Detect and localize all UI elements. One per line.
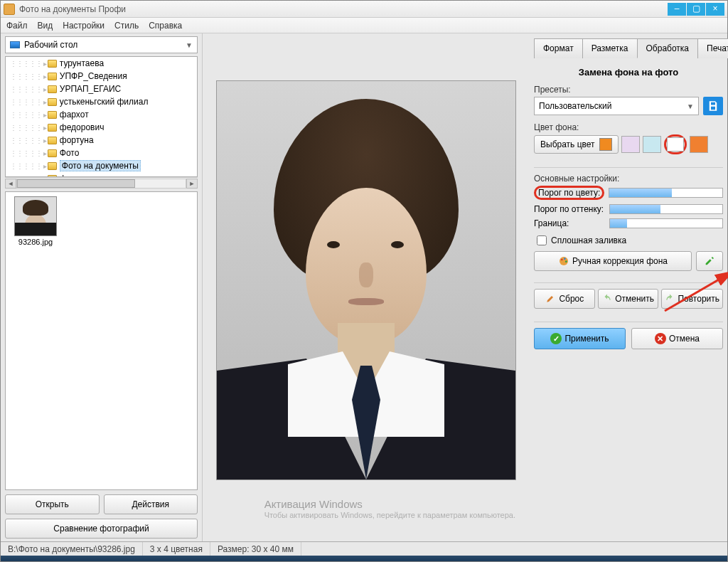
undo-button[interactable]: Отменить xyxy=(598,289,659,309)
folder-icon xyxy=(48,60,57,68)
tree-item[interactable]: ⋮⋮⋮⋮⋮ ▸устькеньгский филиал xyxy=(6,95,197,108)
scroll-right-button[interactable]: ► xyxy=(186,179,198,189)
tree-item[interactable]: ⋮⋮⋮⋮⋮ ▸федорович xyxy=(6,121,197,134)
redo-icon xyxy=(665,294,675,304)
tab-Разметка[interactable]: Разметка xyxy=(582,38,638,58)
scroll-left-button[interactable]: ◄ xyxy=(5,179,16,189)
location-dropdown[interactable]: Рабочий стол ▼ xyxy=(5,36,198,53)
folder-icon xyxy=(48,175,57,178)
apply-button[interactable]: ✓ Применить xyxy=(534,328,626,349)
title-bar: Фото на документы Профи – ▢ × xyxy=(1,1,727,18)
main-settings-label: Основные настройки: xyxy=(534,174,723,184)
cross-icon: ✕ xyxy=(655,333,666,344)
color-swatch[interactable] xyxy=(621,136,640,153)
color-swatch[interactable] xyxy=(643,136,661,153)
close-button[interactable]: × xyxy=(706,3,724,16)
status-bar: B:\Фото на документы\93286.jpg 3 x 4 цве… xyxy=(1,541,727,556)
tree-item[interactable]: ⋮⋮⋮⋮⋮ ▸УРПАП_ЕГАИС xyxy=(6,83,197,95)
location-label: Рабочий стол xyxy=(24,40,77,50)
folder-tree[interactable]: ⋮⋮⋮⋮⋮ ▸турунтаева⋮⋮⋮⋮⋮ ▸УПФР_Сведения⋮⋮⋮… xyxy=(5,56,198,177)
eyedropper-button[interactable] xyxy=(696,251,723,271)
menu-Настройки[interactable]: Настройки xyxy=(63,21,105,31)
solid-fill-label: Сплошная заливка xyxy=(551,235,626,245)
save-preset-button[interactable] xyxy=(703,97,723,115)
floppy-icon xyxy=(707,100,719,112)
thumbnail-panel: 93286.jpg xyxy=(5,191,198,490)
taskbar xyxy=(1,556,727,561)
palette-icon xyxy=(558,255,569,267)
tree-item[interactable]: ⋮⋮⋮⋮⋮ ▸турунтаева xyxy=(6,57,197,70)
chevron-down-icon: ▼ xyxy=(687,102,694,110)
solid-fill-checkbox[interactable] xyxy=(537,235,547,245)
slider[interactable] xyxy=(609,188,723,198)
svg-point-4 xyxy=(565,260,567,263)
check-icon: ✓ xyxy=(550,333,562,344)
cancel-button[interactable]: ✕ Отмена xyxy=(631,328,723,349)
app-window: Фото на документы Профи – ▢ × ФайлВидНас… xyxy=(0,0,728,562)
tree-h-scrollbar[interactable]: ◄ ► xyxy=(5,177,198,189)
bgcolor-label: Цвет фона: xyxy=(534,122,723,132)
thumbnail-item[interactable]: 93286.jpg xyxy=(10,196,61,246)
compare-button[interactable]: Сравнение фотографий xyxy=(5,519,198,539)
right-panel: ФорматРазметкаОбработкаПечать Замена фон… xyxy=(530,33,727,541)
status-path: B:\Фото на документы\93286.jpg xyxy=(1,542,143,556)
sidebar: Рабочий стол ▼ ⋮⋮⋮⋮⋮ ▸турунтаева⋮⋮⋮⋮⋮ ▸У… xyxy=(1,33,203,541)
redo-button[interactable]: Повторить xyxy=(661,289,723,309)
folder-icon xyxy=(48,98,57,106)
tree-item[interactable]: ⋮⋮⋮⋮⋮ ▸фортуна xyxy=(6,134,197,147)
reset-button[interactable]: Сброс xyxy=(534,289,595,309)
actions-button[interactable]: Действия xyxy=(104,494,198,514)
tab-Обработка[interactable]: Обработка xyxy=(637,38,699,58)
tab-bar: ФорматРазметкаОбработкаПечать xyxy=(534,38,723,58)
thumbnail-image xyxy=(14,196,57,236)
tree-item[interactable]: ⋮⋮⋮⋮⋮ ▸Фото xyxy=(6,147,197,159)
tree-item[interactable]: ⋮⋮⋮⋮⋮ ▸Фото на документы xyxy=(6,159,197,172)
folder-icon xyxy=(48,162,57,170)
tree-item[interactable]: ⋮⋮⋮⋮⋮ ▸УПФР_Сведения xyxy=(6,70,197,83)
menu-Файл[interactable]: Файл xyxy=(6,21,28,31)
manual-correction-button[interactable]: Ручная коррекция фона xyxy=(534,251,692,271)
menu-Вид[interactable]: Вид xyxy=(38,21,53,31)
undo-icon xyxy=(602,294,612,304)
slider[interactable] xyxy=(609,204,723,214)
folder-icon xyxy=(48,124,57,132)
slider-label: Граница: xyxy=(534,218,605,228)
eyedropper-icon xyxy=(704,255,715,267)
drive-icon xyxy=(10,41,20,48)
svg-point-3 xyxy=(564,258,566,260)
folder-icon xyxy=(48,85,57,93)
menu-Стиль[interactable]: Стиль xyxy=(114,21,139,31)
svg-point-2 xyxy=(561,259,563,261)
menu-Справка[interactable]: Справка xyxy=(149,21,182,31)
presets-label: Пресеты: xyxy=(534,85,723,95)
windows-watermark: Активация Windows Чтобы активировать Win… xyxy=(264,498,515,520)
status-size: Размер: 30 x 40 мм xyxy=(210,542,301,556)
panel-title: Замена фона на фото xyxy=(534,67,723,78)
chevron-down-icon: ▼ xyxy=(186,41,193,49)
folder-icon xyxy=(48,111,57,119)
preset-select[interactable]: Пользовательский ▼ xyxy=(534,97,699,115)
tab-Печать[interactable]: Печать xyxy=(697,38,728,58)
folder-icon xyxy=(48,137,57,144)
window-title: Фото на документы Профи xyxy=(19,4,667,14)
scroll-track[interactable] xyxy=(16,179,186,189)
thumbnail-filename: 93286.jpg xyxy=(10,238,61,246)
slider-label: Порог по оттенку: xyxy=(534,204,605,214)
status-grid: 3 x 4 цветная xyxy=(143,542,210,556)
minimize-button[interactable]: – xyxy=(668,3,686,16)
work-area: Рабочий стол ▼ ⋮⋮⋮⋮⋮ ▸турунтаева⋮⋮⋮⋮⋮ ▸У… xyxy=(1,33,727,541)
tab-Формат[interactable]: Формат xyxy=(534,38,583,58)
open-button[interactable]: Открыть xyxy=(5,494,100,514)
slider[interactable] xyxy=(609,218,723,228)
tree-item[interactable]: ⋮⋮⋮⋮⋮ ▸фото паспорт xyxy=(6,172,197,177)
menu-bar: ФайлВидНастройкиСтильСправка xyxy=(1,18,727,33)
scroll-thumb[interactable] xyxy=(17,179,135,188)
color-swatch[interactable] xyxy=(667,137,684,152)
folder-icon xyxy=(48,149,57,157)
canvas-area: Активация Windows Чтобы активировать Win… xyxy=(203,33,530,541)
photo-preview[interactable] xyxy=(217,81,515,479)
color-swatch[interactable] xyxy=(690,136,708,153)
tree-item[interactable]: ⋮⋮⋮⋮⋮ ▸фархот xyxy=(6,108,197,121)
maximize-button[interactable]: ▢ xyxy=(687,3,705,16)
pick-color-button[interactable]: Выбрать цвет xyxy=(534,135,619,154)
